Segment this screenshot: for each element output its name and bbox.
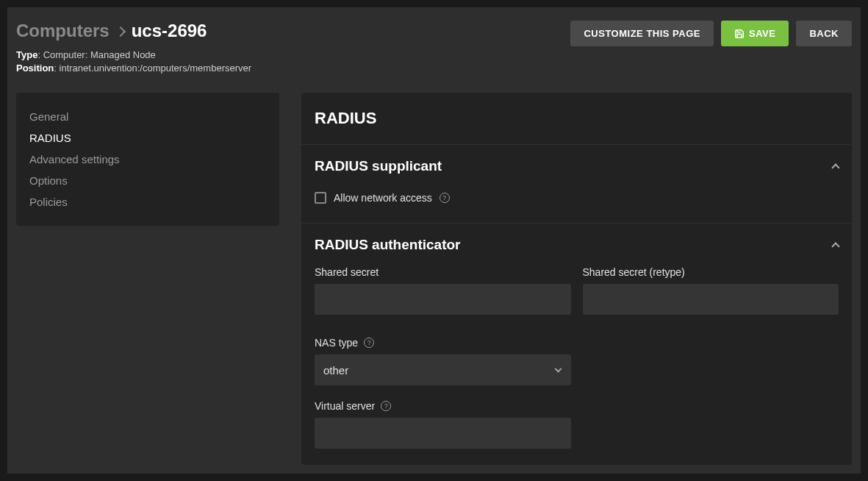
meta-position-value: intranet.univention:/computers/memberser…	[60, 63, 252, 74]
section-authenticator-header[interactable]: RADIUS authenticator	[301, 224, 852, 266]
save-button-label: SAVE	[749, 28, 775, 39]
body: General RADIUS Advanced settings Options…	[7, 84, 861, 474]
shared-secret-retype-input[interactable]	[583, 284, 839, 315]
section-supplicant-body: Allow network access ?	[301, 188, 852, 223]
help-icon[interactable]: ?	[440, 193, 450, 203]
help-icon[interactable]: ?	[364, 338, 374, 348]
sidebar-item-general[interactable]: General	[16, 106, 279, 127]
virtual-server-input[interactable]	[315, 418, 571, 449]
chevron-right-icon	[115, 26, 126, 37]
section-authenticator-body: Shared secret Shared secret (retype) NAS…	[301, 266, 852, 463]
section-authenticator-title: RADIUS authenticator	[315, 237, 460, 253]
shared-secret-field: Shared secret	[315, 266, 571, 315]
section-supplicant-title: RADIUS supplicant	[315, 158, 442, 174]
section-authenticator: RADIUS authenticator Shared secret Share…	[301, 224, 852, 463]
breadcrumb-parent[interactable]: Computers	[16, 21, 110, 41]
back-button[interactable]: BACK	[796, 21, 852, 46]
header-actions: CUSTOMIZE THIS PAGE SAVE BACK	[570, 21, 852, 46]
sidebar-item-label: Policies	[29, 196, 68, 208]
nas-type-field: NAS type ? other	[315, 337, 571, 385]
breadcrumb-current: ucs-2696	[132, 21, 207, 41]
shared-secret-retype-field: Shared secret (retype)	[583, 266, 839, 315]
main-panel: RADIUS RADIUS supplicant Allow network a…	[301, 93, 852, 465]
allow-network-row: Allow network access ?	[315, 188, 839, 208]
sidebar-item-label: RADIUS	[29, 132, 71, 144]
sidebar-item-advanced-settings[interactable]: Advanced settings	[16, 149, 279, 170]
nas-type-select-wrapper: other	[315, 354, 571, 385]
allow-network-checkbox[interactable]	[315, 192, 326, 204]
virtual-server-label: Virtual server	[315, 400, 375, 412]
sidebar-item-radius[interactable]: RADIUS	[16, 127, 279, 149]
spacer	[583, 337, 839, 385]
main-title: RADIUS	[301, 93, 852, 145]
section-supplicant-header[interactable]: RADIUS supplicant	[301, 145, 852, 188]
nas-type-select[interactable]: other	[315, 354, 571, 385]
meta-position: Position: intranet.univention:/computers…	[16, 62, 570, 75]
sidebar-item-options[interactable]: Options	[16, 170, 279, 191]
page: Computers ucs-2696 Type: Computer: Manag…	[7, 7, 861, 474]
header: Computers ucs-2696 Type: Computer: Manag…	[7, 7, 861, 84]
chevron-up-icon	[831, 243, 839, 251]
header-left: Computers ucs-2696 Type: Computer: Manag…	[16, 21, 570, 75]
save-icon	[734, 29, 745, 39]
sidebar: General RADIUS Advanced settings Options…	[16, 93, 279, 226]
shared-secret-input[interactable]	[315, 284, 571, 315]
meta-position-label: Position	[16, 63, 54, 74]
form-grid: Shared secret Shared secret (retype) NAS…	[315, 266, 839, 449]
help-icon[interactable]: ?	[381, 401, 391, 411]
breadcrumb: Computers ucs-2696	[16, 21, 570, 41]
sidebar-item-policies[interactable]: Policies	[16, 191, 279, 213]
customize-button-label: CUSTOMIZE THIS PAGE	[584, 28, 700, 39]
section-supplicant: RADIUS supplicant Allow network access ?	[301, 145, 852, 224]
allow-network-label: Allow network access	[334, 192, 432, 204]
sidebar-item-label: Advanced settings	[29, 153, 120, 165]
meta-type-label: Type	[16, 49, 37, 60]
save-button[interactable]: SAVE	[721, 21, 789, 46]
chevron-up-icon	[831, 164, 839, 172]
meta-type: Type: Computer: Managed Node	[16, 49, 570, 62]
shared-secret-retype-label: Shared secret (retype)	[583, 266, 839, 278]
virtual-server-field: Virtual server ?	[315, 400, 571, 449]
nas-type-label: NAS type	[315, 337, 358, 349]
sidebar-item-label: General	[29, 110, 68, 123]
virtual-server-label-row: Virtual server ?	[315, 400, 571, 412]
meta-type-value: Computer: Managed Node	[43, 49, 156, 60]
back-button-label: BACK	[809, 28, 839, 39]
nas-type-value: other	[323, 364, 348, 377]
customize-button[interactable]: CUSTOMIZE THIS PAGE	[570, 21, 714, 46]
sidebar-item-label: Options	[29, 174, 68, 187]
nas-type-label-row: NAS type ?	[315, 337, 571, 349]
shared-secret-label: Shared secret	[315, 266, 571, 278]
